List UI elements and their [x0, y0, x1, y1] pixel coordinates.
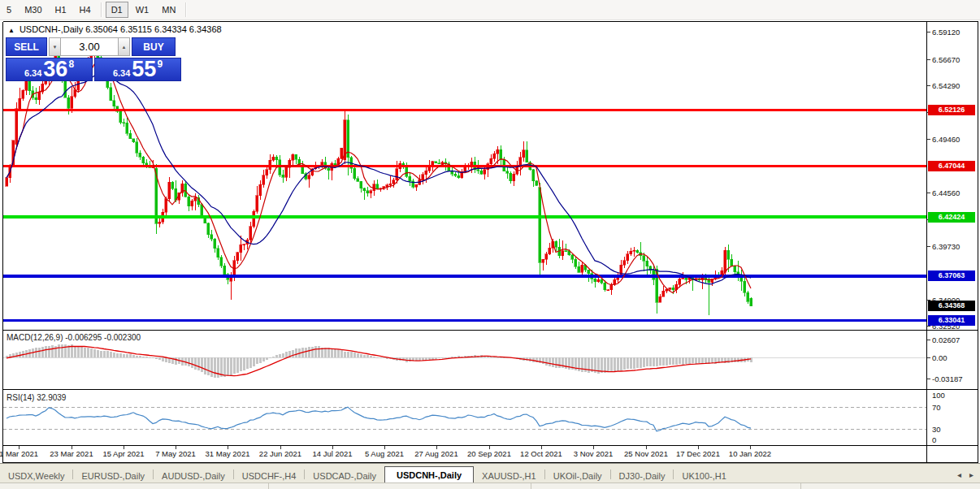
candle: [623, 261, 626, 266]
candle: [243, 244, 245, 245]
candle: [191, 201, 193, 206]
tab-usdcad--daily[interactable]: USDCAD-,Daily: [305, 468, 384, 483]
chart-ohlc-values: 6.35064 6.35115 6.34334 6.34368: [85, 24, 221, 34]
candle: [217, 249, 219, 257]
candle: [646, 261, 648, 266]
sell-button[interactable]: SELL: [6, 37, 47, 56]
date-label: 22 Jun 2021: [259, 449, 301, 458]
rsi-tick-30: 30: [932, 425, 941, 434]
price-tag-6.52126[interactable]: 6.52126: [928, 105, 975, 115]
candle: [724, 250, 726, 272]
date-label: 1 Mar 2021: [0, 449, 38, 458]
candle: [435, 162, 437, 163]
candle: [6, 178, 8, 186]
candle: [562, 251, 564, 256]
candle: [389, 184, 392, 185]
candle: [38, 92, 41, 100]
candle: [214, 239, 216, 248]
candle: [201, 205, 203, 216]
price-tag-6.37063[interactable]: 6.37063: [928, 270, 975, 281]
symbol-tab-bar: USDX,WeeklyEURUSD-,DailyAUDUSD-,DailyUSD…: [0, 463, 980, 483]
candle: [295, 154, 297, 159]
candle: [119, 111, 122, 123]
candle: [275, 157, 278, 159]
status-strip-separator: [800, 483, 801, 489]
candle: [519, 158, 522, 166]
candle: [175, 188, 177, 200]
candle: [734, 266, 736, 272]
candle: [207, 223, 210, 235]
sell-price-big-digits: 36: [43, 59, 67, 80]
price-tick-6.59120: 6.59120: [932, 28, 960, 37]
buy-button[interactable]: BUY: [132, 37, 176, 56]
candle: [497, 149, 499, 154]
candle: [526, 150, 528, 162]
tab-ukoil--daily[interactable]: UKOil-,Daily: [545, 468, 610, 483]
candle: [110, 88, 112, 101]
candle: [620, 265, 622, 275]
candle: [415, 184, 418, 187]
volume-increase-button[interactable]: ▲: [118, 37, 130, 56]
tab-eurusd--daily[interactable]: EURUSD-,Daily: [73, 468, 153, 483]
buy-price-big-digits: 55: [132, 59, 156, 80]
date-label: 10 Jan 2022: [729, 449, 771, 458]
candle: [19, 98, 21, 109]
price-tag-6.34368[interactable]: 6.34368: [928, 301, 975, 311]
tab-scroll-right-icon[interactable]: ▸: [969, 470, 973, 479]
rsi-tick-70: 70: [932, 403, 941, 412]
sell-price-panel[interactable]: 6.34 36 8: [6, 58, 93, 81]
price-tag-6.33041[interactable]: 6.33041: [928, 315, 975, 326]
macd-tick-0.02607: 0.02607: [932, 335, 960, 344]
tab-usdchf--h4[interactable]: USDCHF-,H4: [234, 468, 305, 483]
rsi-indicator-label: RSI(14) 32.9039: [7, 393, 66, 402]
candle: [506, 171, 509, 174]
candle: [266, 170, 268, 175]
candle: [539, 188, 541, 263]
tab-scroll-left-icon[interactable]: ◂: [957, 470, 961, 479]
candle: [588, 270, 590, 274]
candle: [405, 166, 408, 176]
price-tag-6.42424[interactable]: 6.42424: [928, 212, 975, 223]
tab-scroll-arrows: ◂▸: [957, 470, 973, 479]
buy-price-panel[interactable]: 6.34 55 9: [94, 58, 181, 81]
tab-usdx-weekly[interactable]: USDX,Weekly: [0, 468, 72, 483]
status-strip-separator: [531, 483, 531, 489]
candle: [597, 279, 600, 281]
tab-xauusd--h1[interactable]: XAUUSD-,H1: [474, 468, 544, 483]
volume-decrease-button[interactable]: ▼: [49, 37, 61, 56]
date-label: 7 May 2021: [155, 449, 196, 458]
date-label: 27 Aug 2021: [414, 449, 457, 458]
status-strip-separator: [268, 483, 269, 489]
candle: [282, 175, 284, 177]
tab-usdcnh--daily[interactable]: USDCNH-,Daily: [384, 466, 474, 483]
candle: [750, 298, 752, 305]
candle: [662, 291, 665, 296]
candle: [594, 279, 596, 281]
candle: [669, 288, 671, 289]
candle: [672, 288, 674, 290]
candle: [123, 123, 125, 123]
price-tick-6.49460: 6.49460: [932, 135, 960, 144]
candle: [308, 175, 310, 179]
trading-platform-window: { "toolbar": { "timeframes": [ {"label":…: [0, 0, 980, 489]
candle: [747, 292, 749, 301]
rsi-tick-100: 100: [932, 391, 945, 400]
candle: [74, 90, 76, 97]
one-click-collapse-icon[interactable]: ▲: [8, 27, 15, 34]
candle: [262, 175, 265, 184]
price-tick-6.39730: 6.39730: [932, 242, 960, 251]
candle: [571, 255, 574, 260]
candle: [35, 97, 37, 100]
volume-input[interactable]: 3.00: [61, 37, 118, 56]
tab-dj30--daily[interactable]: DJ30-,Daily: [611, 468, 674, 483]
candle: [542, 259, 544, 262]
candle: [71, 97, 73, 108]
price-tag-6.47044[interactable]: 6.47044: [928, 161, 975, 171]
status-strip: [0, 483, 980, 489]
candle: [409, 176, 411, 180]
date-label: 25 Nov 2021: [624, 449, 668, 458]
candle: [152, 167, 154, 168]
tab-uk100--h1[interactable]: UK100-,H1: [674, 468, 734, 483]
candle: [412, 181, 414, 187]
tab-audusd--daily[interactable]: AUDUSD-,Daily: [154, 468, 233, 483]
